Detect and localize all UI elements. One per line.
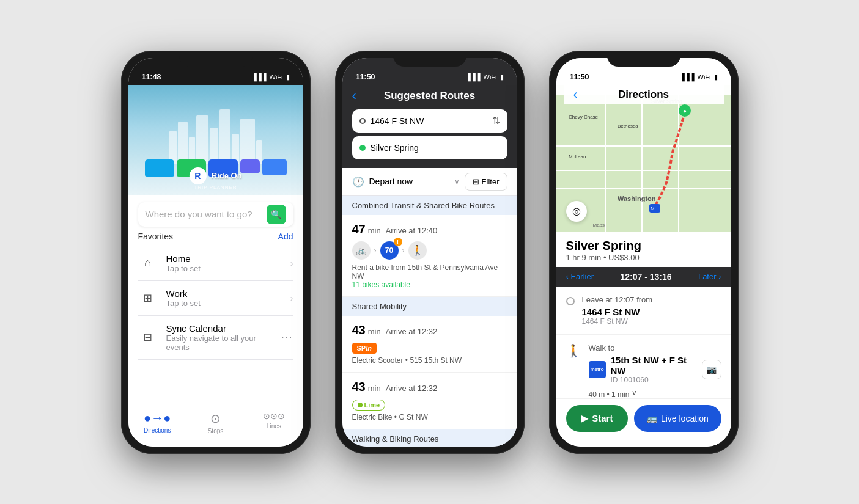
directions-steps: Leave at 12:07 from 1464 F St NW 1464 F … <box>556 287 731 398</box>
bus-icon: 70 ! <box>380 241 399 260</box>
route-arrive-1: Arrive at 12:40 <box>386 226 438 235</box>
add-button[interactable]: Add <box>278 232 293 241</box>
directions-label: Directions <box>144 427 171 434</box>
logo-circle: R <box>189 167 206 184</box>
rideon-logo: R Ride On TRIP PLANNER <box>189 167 241 190</box>
status-time-1: 11:48 <box>142 72 161 81</box>
dest-name: Silver Spring <box>566 239 721 253</box>
walk-detail-row: 40 m • 1 min ∨ <box>589 387 721 398</box>
route-card-2[interactable]: 43 min Arrive at 12:32 SPIn Electric Sco… <box>342 316 517 373</box>
map-area: Silver Spring Bethesda Chevy Chase McLea… <box>556 85 731 232</box>
phone-1: 11:48 ▐▐▐ WiFi ▮ <box>121 51 311 454</box>
search-button[interactable]: 🔍 <box>267 205 286 224</box>
warning-badge: ! <box>394 238 402 246</box>
work-label: Work <box>166 288 282 299</box>
maps-badge: Maps <box>593 222 605 228</box>
earlier-button[interactable]: ‹ Earlier <box>566 272 594 281</box>
nav-lines[interactable]: ⊙⊙⊙ Lines <box>245 411 303 434</box>
from-dot <box>359 118 366 124</box>
building <box>196 115 208 164</box>
status-icons-3: ▐▐▐ WiFi ▮ <box>680 73 717 81</box>
work-favorite[interactable]: ⊞ Work Tap to set › <box>138 281 293 316</box>
wifi-icon-2: WiFi <box>484 73 497 81</box>
directions-icon: ●→● <box>144 411 171 425</box>
sync-text: Sync Calendar Easily navigate to all you… <box>166 323 273 352</box>
header-banner: R Ride On TRIP PLANNER <box>128 85 303 195</box>
dest-info: Silver Spring 1 hr 9 min • US$3.00 <box>556 232 731 267</box>
depart-row: 🕐 Depart now ∨ ⊞ Filter <box>342 168 517 196</box>
step-dot-leave <box>566 297 575 305</box>
swap-button[interactable]: ⇅ <box>492 115 500 126</box>
from-input[interactable]: 1464 F St NW ⇅ <box>352 109 507 133</box>
filter-button[interactable]: ⊞ Filter <box>465 173 507 191</box>
bottom-actions: ▶ Start 🚌 Live location <box>556 398 731 447</box>
walk-detail: 40 m • 1 min <box>589 390 630 398</box>
status-time-2: 11:50 <box>356 72 375 81</box>
from-text: 1464 F St NW <box>371 116 487 126</box>
lines-icon: ⊙⊙⊙ <box>263 411 285 421</box>
phone-3: 11:50 ▐▐▐ WiFi ▮ <box>549 51 739 454</box>
clock-icon: 🕐 <box>352 176 364 188</box>
route-inputs: 1464 F St NW ⇅ Silver Spring <box>352 109 507 159</box>
work-text: Work Tap to set <box>166 288 282 308</box>
from-place: 1464 F St NW <box>582 307 721 317</box>
from-sub: 1464 F St NW <box>582 317 721 326</box>
depart-label[interactable]: Depart now <box>369 177 449 186</box>
nav-stops[interactable]: ⊙ Stops <box>186 411 245 434</box>
section-walking-biking: Walking & Biking Routes <box>342 429 517 447</box>
sync-label: Sync Calendar <box>166 323 273 334</box>
dest-detail: 1 hr 9 min • US$3.00 <box>566 253 721 262</box>
page-title-2: Suggested Routes <box>384 90 475 102</box>
route-detail-2: Electric Scooter • 515 15th St NW <box>352 356 507 365</box>
location-button[interactable]: ◎ <box>566 201 587 222</box>
start-button[interactable]: ▶ Start <box>566 405 629 432</box>
route-card-3[interactable]: 43 min Arrive at 12:32 Lime Electric Bik… <box>342 373 517 429</box>
home-icon: ⌂ <box>138 254 158 273</box>
to-input[interactable]: Silver Spring <box>352 136 507 159</box>
live-location-button[interactable]: 🚌 Live location <box>634 405 721 432</box>
signal-icon: ▐▐▐ <box>252 73 266 81</box>
nav-directions[interactable]: ●→● Directions <box>128 411 186 434</box>
bike-icon: 🚲 <box>352 241 371 260</box>
time-nav: ‹ Earlier 12:07 - 13:16 Later › <box>556 267 731 287</box>
later-button[interactable]: Later › <box>698 272 721 281</box>
play-icon: ▶ <box>581 413 588 424</box>
camera-button[interactable]: 📷 <box>702 360 721 379</box>
directions-nav: ‹ Directions <box>564 85 724 104</box>
favorites-title: Favorites <box>138 232 174 241</box>
metro-row: metro 15th St NW + F St NW ID 1001060 📷 <box>589 355 721 384</box>
depart-chevron: ∨ <box>454 177 460 186</box>
back-button-2[interactable]: ‹ <box>352 88 356 104</box>
bike-step: 🚲 <box>352 241 371 260</box>
route-card-1[interactable]: 47 min Arrive at 12:40 🚲 › 70 ! <box>342 215 517 297</box>
svg-text:●: ● <box>683 108 687 114</box>
route-detail-3: Electric Bike • G St NW <box>352 413 507 422</box>
svg-text:Chevy Chase: Chevy Chase <box>569 114 599 120</box>
notch-2 <box>393 51 466 67</box>
step-content-walk: Walk to metro 15th St NW + F St NW ID 10… <box>589 343 721 398</box>
arrow-1: › <box>374 246 377 255</box>
wifi-icon-3: WiFi <box>698 73 711 81</box>
sync-calendar[interactable]: ⊟ Sync Calendar Easily navigate to all y… <box>138 316 293 360</box>
logo-sub: TRIP PLANNER <box>189 184 241 190</box>
banner-image: R Ride On TRIP PLANNER <box>128 85 303 195</box>
filter-label: Filter <box>482 177 500 186</box>
search-placeholder: Where do you want to go? <box>146 209 262 219</box>
metro-icon: metro <box>589 361 606 378</box>
svg-text:Bethesda: Bethesda <box>618 123 638 129</box>
route-time-1: 47 min Arrive at 12:40 <box>352 222 507 236</box>
battery-icon: ▮ <box>286 73 290 81</box>
search-bar[interactable]: Where do you want to go? 🔍 <box>138 202 293 227</box>
bus-step: 70 ! <box>380 241 399 260</box>
back-button-3[interactable]: ‹ <box>573 87 578 103</box>
favorites-header: Favorites Add <box>138 232 293 241</box>
city-skyline <box>128 109 303 164</box>
metro-info: 15th St NW + F St NW ID 1001060 <box>611 355 697 384</box>
home-favorite[interactable]: ⌂ Home Tap to set › <box>138 246 293 281</box>
signal-icon-2: ▐▐▐ <box>466 73 480 81</box>
page-title-3: Directions <box>618 89 669 101</box>
route-min-3: 43 <box>352 380 366 394</box>
sync-menu[interactable]: ··· <box>281 332 293 343</box>
route-min-2: 43 <box>352 323 366 337</box>
expand-chevron[interactable]: ∨ <box>632 389 637 397</box>
